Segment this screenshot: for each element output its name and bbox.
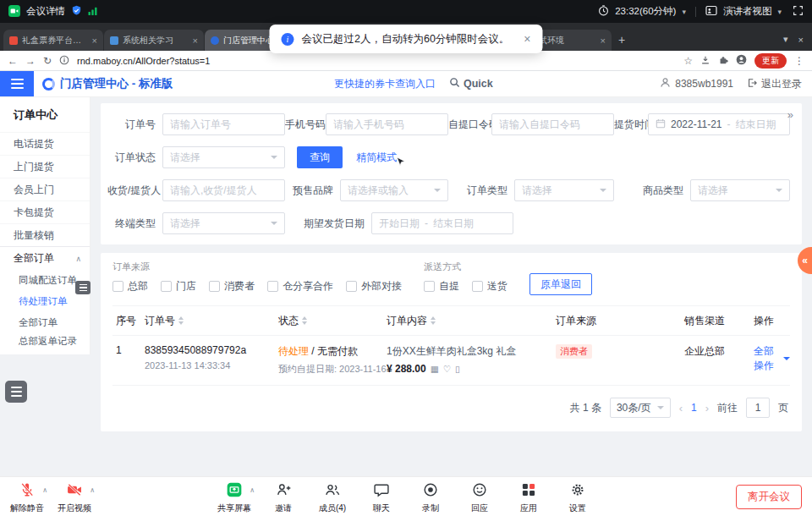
all-actions-dropdown[interactable]: 全部操作 — [754, 344, 790, 373]
order-status-select[interactable]: 请选择 — [162, 146, 285, 168]
order-type-select[interactable]: 请选择 — [514, 179, 614, 201]
quick-entry-link[interactable]: 更快捷的券卡查询入口 — [334, 77, 436, 91]
sidebar-item-door-pickup[interactable]: 上门提货 — [0, 155, 90, 178]
forward-icon[interactable]: → — [25, 55, 36, 67]
sidebar-collapse-handle[interactable] — [75, 281, 91, 294]
url-text[interactable]: rnd.maboy.cn/AllOrder?status=1 — [77, 56, 210, 66]
col-status[interactable]: 状态 — [278, 314, 387, 328]
current-page[interactable]: 1 — [691, 402, 697, 414]
tab-close-icon[interactable]: × — [193, 36, 198, 46]
goods-type-select[interactable]: 请选择 — [690, 179, 790, 201]
quick-search[interactable]: Quick — [449, 77, 493, 91]
chevron-up-icon[interactable]: ∧ — [250, 486, 255, 494]
prev-page-icon[interactable]: ‹ — [679, 402, 683, 414]
goto-page-input[interactable] — [746, 398, 770, 418]
phone-input[interactable] — [326, 113, 448, 135]
unmute-button[interactable]: 解除静音 ∧ — [3, 477, 51, 514]
checkbox[interactable] — [267, 281, 278, 292]
new-tab-icon[interactable]: + — [618, 33, 625, 47]
checkbox-source-consumer[interactable]: 消费者 — [209, 279, 255, 294]
sort-icon[interactable] — [431, 316, 436, 325]
fullscreen-icon[interactable] — [793, 5, 804, 18]
expect-date-range[interactable]: 开始日期 - 结束日期 — [371, 212, 513, 234]
original-return-button[interactable]: 原单退回 — [529, 273, 592, 295]
extensions-icon[interactable] — [718, 53, 728, 69]
col-content[interactable]: 订单内容 — [387, 314, 556, 328]
meeting-title[interactable]: 会议详情 — [26, 5, 65, 18]
tab-close-icon[interactable]: × — [601, 36, 606, 46]
site-info-icon[interactable] — [59, 53, 69, 69]
chevron-up-icon[interactable]: ∧ — [42, 486, 47, 494]
terminal-type-select[interactable]: 请选择 — [162, 212, 285, 234]
pickup-code-input[interactable] — [491, 113, 614, 135]
checkbox[interactable] — [346, 281, 357, 292]
browser-tab[interactable]: 礼盒票券平台管理中心 × — [3, 30, 103, 51]
search-button[interactable]: 查询 — [297, 146, 343, 168]
toast-close-icon[interactable]: × — [524, 32, 530, 46]
browser-update-button[interactable]: 更新 — [754, 53, 787, 69]
more-menu-icon[interactable]: ⋮ — [794, 55, 804, 67]
apps-button[interactable]: 应用 — [505, 477, 552, 514]
browser-tab[interactable]: 系统相关学习 × — [104, 30, 204, 51]
pickup-date-range[interactable]: 2022-11-21 - 结束日期 — [648, 113, 790, 135]
phone-icon[interactable]: ▯ — [455, 364, 460, 374]
bookmark-star-icon[interactable]: ☆ — [683, 55, 693, 67]
invite-button[interactable]: 邀请 — [260, 477, 307, 514]
checkbox-source-external[interactable]: 外部对接 — [346, 279, 402, 294]
checkbox-source-hq[interactable]: 总部 — [112, 279, 148, 294]
checkbox[interactable] — [424, 281, 435, 292]
order-no-value[interactable]: 83859345088979792a — [145, 344, 278, 356]
table-row[interactable]: 1 83859345088979792a 2023-11-13 14:33:34… — [112, 336, 790, 386]
sidebar-item-batch-verify[interactable]: 批量核销 — [0, 223, 90, 246]
sidebar-item-card-pickup[interactable]: 卡包提货 — [0, 200, 90, 223]
tab-search-icon[interactable]: ▾ — [783, 34, 788, 45]
chevron-down-icon[interactable]: ▾ — [682, 8, 686, 16]
download-icon[interactable] — [700, 53, 710, 69]
page-size-select[interactable]: 30条/页 — [610, 398, 671, 418]
sort-icon[interactable] — [178, 316, 184, 325]
checkbox-self-pickup[interactable]: 自提 — [424, 279, 459, 294]
chevron-up-icon[interactable]: ∧ — [90, 486, 95, 494]
start-video-button[interactable]: 开启视频 ∧ — [51, 477, 98, 514]
checkbox[interactable] — [472, 281, 483, 292]
view-mode-label[interactable]: 演讲者视图 — [723, 5, 772, 18]
receiver-input[interactable] — [162, 179, 285, 201]
settings-button[interactable]: 设置 — [554, 477, 601, 514]
meeting-timer[interactable]: 23:32(60分钟) — [615, 5, 676, 18]
checkbox[interactable] — [161, 281, 172, 292]
profile-avatar-icon[interactable] — [736, 53, 747, 69]
checkbox-source-warehouse[interactable]: 仓分享合作 — [267, 279, 333, 294]
col-order-no[interactable]: 订单号 — [145, 314, 278, 328]
leave-meeting-button[interactable]: 离开会议 — [736, 485, 802, 509]
back-icon[interactable]: ← — [8, 55, 18, 67]
checkbox-source-store[interactable]: 门店 — [161, 279, 196, 294]
sidebar-item-phone-pickup[interactable]: 电话提货 — [0, 132, 90, 155]
simple-mode-link[interactable]: 精简模式 — [356, 151, 397, 165]
presale-brand-select[interactable]: 请选择或输入 — [340, 179, 448, 201]
sidebar-item-all-orders[interactable]: 全部订单 — [0, 312, 90, 333]
heart-icon[interactable]: ♡ — [443, 364, 451, 374]
chat-button[interactable]: 聊天 — [358, 477, 405, 514]
reaction-button[interactable]: 回应 — [456, 477, 503, 514]
record-button[interactable]: 录制 — [407, 477, 454, 514]
user-account[interactable]: 8385wb1991 — [660, 77, 733, 91]
brand[interactable]: 门店管理中心 - 标准版 — [42, 76, 173, 91]
floating-list-widget[interactable] — [5, 381, 27, 403]
tab-close-icon[interactable]: × — [92, 36, 97, 46]
sidebar-item-hq-returns[interactable]: 总部返单记录 — [0, 333, 90, 354]
sort-icon[interactable] — [302, 316, 307, 325]
logout-button[interactable]: 退出登录 — [747, 77, 802, 91]
order-no-input[interactable] — [162, 113, 285, 135]
sidebar-item-member-visit[interactable]: 会员上门 — [0, 178, 90, 200]
chevron-down-icon[interactable]: ▾ — [777, 8, 782, 16]
refresh-icon[interactable]: ↻ — [43, 55, 52, 67]
sidebar-toggle-button[interactable] — [0, 71, 34, 96]
checkbox[interactable] — [209, 281, 220, 292]
share-screen-button[interactable]: 共享屏幕 ∧ — [211, 477, 258, 514]
collapse-form-icon[interactable]: » — [787, 108, 793, 121]
sidebar-group-all-orders[interactable]: 全部订单 ∧ — [0, 246, 90, 270]
checkbox[interactable] — [112, 281, 123, 292]
members-button[interactable]: 成员(4) — [309, 477, 356, 514]
window-close-icon[interactable]: × — [798, 35, 804, 45]
next-page-icon[interactable]: › — [705, 402, 709, 414]
